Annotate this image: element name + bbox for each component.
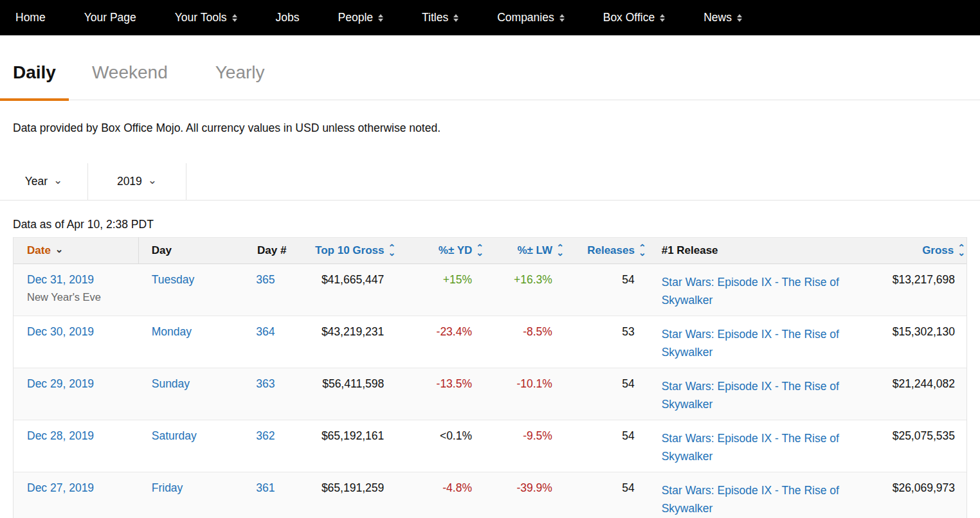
pct-change-value: -8.5% <box>523 325 552 338</box>
nav-item-titles[interactable]: Titles <box>422 11 458 24</box>
column-label: #1 Release <box>662 244 718 257</box>
nav-item-news[interactable]: News <box>703 11 742 24</box>
nav-item-box-office[interactable]: Box Office <box>603 11 665 24</box>
pct-change-value: -13.5% <box>437 377 472 390</box>
release-title-link[interactable]: Star Wars: Episode IX - The Rise of Skyw… <box>662 377 848 413</box>
column-header-top10-gross[interactable]: Top 10 Gross ⌃⌄ <box>286 244 395 257</box>
nav-item-home[interactable]: Home <box>15 11 46 24</box>
number-one-release-cell: Star Wars: Episode IX - The Rise of Skyw… <box>646 316 855 368</box>
date-link[interactable]: Dec 27, 2019 <box>27 481 94 494</box>
sort-updown-icon: ⌃⌄ <box>388 246 395 256</box>
menu-updown-icon <box>453 14 458 22</box>
nav-item-your-page[interactable]: Your Page <box>84 11 136 24</box>
holiday-note: New Year's Eve <box>27 291 139 303</box>
nav-item-label: Titles <box>422 11 448 24</box>
nav-item-label: Home <box>15 11 46 24</box>
menu-updown-icon <box>660 14 665 22</box>
pct-yd-cell: -23.4% <box>395 316 484 345</box>
interval-dropdown[interactable]: Year ⌄ <box>0 163 88 200</box>
table-row: Dec 30, 2019 Monday 364 $43,219,231 -23.… <box>14 316 966 368</box>
column-label: Top 10 Gross <box>315 244 384 257</box>
nav-item-label: People <box>338 11 374 24</box>
date-link[interactable]: Dec 31, 2019 <box>27 273 94 286</box>
nav-item-companies[interactable]: Companies <box>497 11 565 24</box>
gross-cell: $15,302,130 <box>855 316 966 345</box>
day-number-link[interactable]: 364 <box>256 325 275 338</box>
release-title-link[interactable]: Star Wars: Episode IX - The Rise of Skyw… <box>662 429 848 465</box>
pct-change-value: -23.4% <box>437 325 472 338</box>
column-label: Day # <box>257 244 286 257</box>
data-provider-notice: Data provided by Box Office Mojo. All cu… <box>0 100 980 135</box>
pct-lw-cell: +16.3% <box>484 264 564 293</box>
top10-gross-cell: $43,219,231 <box>286 316 395 345</box>
releases-cell: 54 <box>564 368 646 397</box>
day-number-link[interactable]: 362 <box>256 429 275 442</box>
nav-item-jobs[interactable]: Jobs <box>276 11 300 24</box>
day-link[interactable]: Monday <box>152 325 192 338</box>
date-link[interactable]: Dec 29, 2019 <box>27 377 94 390</box>
table-row: Dec 31, 2019 New Year's Eve Tuesday 365 … <box>14 264 966 316</box>
nav-item-label: Companies <box>497 11 554 24</box>
day-number-cell: 361 <box>232 472 287 501</box>
release-title-link[interactable]: Star Wars: Episode IX - The Rise of Skyw… <box>662 481 848 517</box>
pct-change-value: -4.8% <box>442 481 472 494</box>
sort-updown-icon: ⌃⌄ <box>957 246 965 256</box>
data-as-of-timestamp: Data as of Apr 10, 2:38 PDT <box>0 201 980 237</box>
menu-updown-icon <box>559 14 565 22</box>
column-header-date[interactable]: Date ⌄ <box>14 237 139 264</box>
pct-change-value: <0.1% <box>440 429 472 442</box>
sort-updown-icon: ⌃⌄ <box>556 246 564 256</box>
column-header-pct-yd[interactable]: %± YD ⌃⌄ <box>395 244 484 257</box>
day-link[interactable]: Tuesday <box>152 273 194 286</box>
day-number-cell: 362 <box>232 420 287 449</box>
nav-item-label: Your Tools <box>175 11 227 24</box>
release-title-link[interactable]: Star Wars: Episode IX - The Rise of Skyw… <box>662 325 848 361</box>
column-label: %± LW <box>517 244 552 257</box>
year-dropdown[interactable]: 2019 ⌄ <box>88 163 186 200</box>
number-one-release-cell: Star Wars: Episode IX - The Rise of Skyw… <box>646 472 855 518</box>
chevron-down-icon: ⌄ <box>53 174 62 187</box>
column-header-gross[interactable]: Gross ⌃⌄ <box>855 244 966 257</box>
number-one-release-cell: Star Wars: Episode IX - The Rise of Skyw… <box>646 368 855 420</box>
day-cell: Saturday <box>139 420 232 449</box>
date-link[interactable]: Dec 30, 2019 <box>27 325 94 338</box>
day-link[interactable]: Sunday <box>152 377 190 390</box>
day-link[interactable]: Friday <box>152 481 183 494</box>
day-cell: Sunday <box>139 368 232 397</box>
day-number-link[interactable]: 363 <box>256 377 275 390</box>
pct-lw-cell: -8.5% <box>484 316 564 345</box>
column-label: Releases <box>587 244 635 257</box>
pct-yd-cell: -4.8% <box>395 472 484 501</box>
top-navigation-bar: Home Your Page Your Tools Jobs People Ti… <box>0 0 980 35</box>
pct-change-value: +16.3% <box>514 273 552 286</box>
table-row: Dec 27, 2019 Friday 361 $65,191,259 -4.8… <box>14 472 966 518</box>
date-link[interactable]: Dec 28, 2019 <box>27 429 94 442</box>
chevron-down-icon: ⌄ <box>148 174 157 187</box>
nav-item-label: News <box>703 11 732 24</box>
sort-caret-down-icon: ⌄ <box>55 244 64 255</box>
day-number-cell: 364 <box>232 316 287 345</box>
top10-gross-cell: $65,192,161 <box>286 420 395 449</box>
day-number-link[interactable]: 365 <box>256 273 275 286</box>
pct-yd-cell: -13.5% <box>395 368 484 397</box>
column-header-pct-lw[interactable]: %± LW ⌃⌄ <box>484 244 564 257</box>
releases-cell: 53 <box>564 316 646 345</box>
nav-item-your-tools[interactable]: Your Tools <box>175 11 237 24</box>
tab-weekend[interactable]: Weekend <box>79 62 181 100</box>
column-header-releases[interactable]: Releases ⌃⌄ <box>564 244 646 257</box>
column-header-day-number: Day # <box>232 244 287 257</box>
day-number-link[interactable]: 361 <box>256 481 275 494</box>
tab-yearly[interactable]: Yearly <box>203 62 278 100</box>
menu-updown-icon <box>737 14 742 22</box>
column-header-number-one-release: #1 Release <box>646 244 855 257</box>
table-row: Dec 28, 2019 Saturday 362 $65,192,161 <0… <box>14 420 966 472</box>
tab-daily[interactable]: Daily <box>0 62 69 101</box>
release-title-link[interactable]: Star Wars: Episode IX - The Rise of Skyw… <box>662 273 848 309</box>
nav-item-people[interactable]: People <box>338 11 384 24</box>
top10-gross-cell: $56,411,598 <box>286 368 395 397</box>
day-link[interactable]: Saturday <box>152 429 197 442</box>
date-cell: Dec 27, 2019 <box>14 472 139 506</box>
column-label: Day <box>152 244 172 257</box>
daily-box-office-table: Date ⌄ Day Day # Top 10 Gross ⌃⌄ %± YD ⌃… <box>13 237 967 518</box>
releases-cell: 54 <box>564 420 646 449</box>
